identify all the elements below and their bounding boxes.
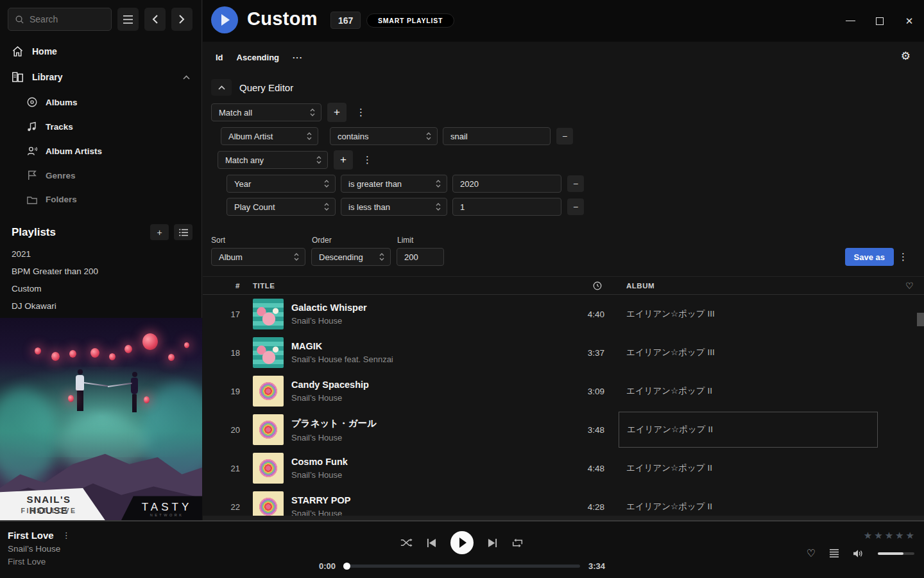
track-artist[interactable]: Snail’s House <box>291 470 522 480</box>
track-artist[interactable]: Snail’s House <box>291 393 522 403</box>
track-title[interactable]: プラネット・ガール <box>291 417 522 430</box>
track-artist[interactable]: Snail’s House feat. Sennzai <box>291 355 522 364</box>
table-row[interactable]: 17 Galactic Whisper Snail’s House 4:40 エ… <box>203 295 924 333</box>
now-playing-artist[interactable]: Snail’s House <box>8 544 71 554</box>
star-icon[interactable]: ★ <box>864 530 872 541</box>
rule-value-input[interactable] <box>443 127 551 145</box>
track-artist[interactable]: Snail’s House <box>291 316 522 326</box>
star-icon[interactable]: ★ <box>906 530 914 541</box>
rule-operator-select[interactable]: is less than <box>341 198 447 216</box>
group-options-icon[interactable]: ⋮ <box>352 107 370 118</box>
playlist-item[interactable]: Custom <box>0 280 201 297</box>
favorite-icon[interactable]: ♡ <box>807 547 816 559</box>
playlist-list-button[interactable] <box>174 224 193 240</box>
sidebar-item-album-artists[interactable]: Album Artists <box>0 139 201 163</box>
track-album[interactable]: エイリアン☆ポップ II <box>619 373 878 409</box>
save-options-icon[interactable]: ⋮ <box>894 251 912 263</box>
search-box[interactable] <box>8 8 112 31</box>
add-playlist-button[interactable]: + <box>150 224 169 240</box>
table-row[interactable]: 21 Cosmo Funk Snail’s House 4:48 エイリアン☆ポ… <box>203 449 924 487</box>
track-title[interactable]: STARRY POP <box>291 495 522 505</box>
column-header-index[interactable]: # <box>218 282 240 290</box>
match-type-select[interactable]: Match any <box>218 151 328 169</box>
sort-select[interactable]: Album <box>211 248 305 266</box>
volume-icon[interactable] <box>853 549 864 558</box>
table-row[interactable]: 19 Candy Spaceship Snail’s House 3:09 エイ… <box>203 372 924 410</box>
shuffle-icon[interactable] <box>400 538 413 548</box>
track-title[interactable]: MAGIK <box>291 341 522 351</box>
table-row[interactable]: 18 MAGIK Snail’s House feat. Sennzai 3:3… <box>203 333 924 372</box>
minimize-button[interactable] <box>835 8 865 34</box>
remove-rule-button[interactable]: − <box>567 175 584 192</box>
rule-field-select[interactable]: Year <box>227 175 336 193</box>
sidebar-item-genres[interactable]: Genres <box>0 163 201 188</box>
group-options-icon[interactable]: ⋮ <box>359 154 376 166</box>
query-editor-collapse-button[interactable] <box>211 79 232 96</box>
rule-value-input[interactable] <box>452 175 561 193</box>
collapse-chevron-icon[interactable] <box>183 75 190 80</box>
now-playing-album[interactable]: First Love <box>8 557 71 566</box>
rule-operator-select[interactable]: is greater than <box>341 175 447 193</box>
sort-field-control[interactable]: Id <box>216 53 223 62</box>
now-playing-artwork[interactable]: SNAIL'S HOUSE FIRST LOVE TASTY NETWORK <box>0 318 202 520</box>
column-header-album[interactable]: ALBUM <box>619 282 878 290</box>
more-options-icon[interactable]: ··· <box>293 53 303 62</box>
previous-track-icon[interactable] <box>427 538 436 548</box>
favorite-column-icon[interactable]: ♡ <box>905 281 914 291</box>
table-row[interactable]: 20 プラネット・ガール Snail’s House 3:48 エイリアン☆ポッ… <box>203 410 924 449</box>
rule-operator-select[interactable]: contains <box>330 127 438 145</box>
column-header-title[interactable]: TITLE <box>253 282 522 290</box>
playlist-item[interactable]: 2021 <box>0 245 201 263</box>
track-title[interactable]: Cosmo Funk <box>291 457 522 467</box>
rule-field-select[interactable]: Play Count <box>227 198 336 216</box>
sidebar-item-tracks[interactable]: Tracks <box>0 114 201 139</box>
track-options-icon[interactable]: ⋮ <box>62 530 71 540</box>
track-album[interactable]: エイリアン☆ポップ III <box>619 296 878 332</box>
rule-field-select[interactable]: Album Artist <box>221 127 318 145</box>
star-icon[interactable]: ★ <box>874 530 882 541</box>
repeat-icon[interactable] <box>511 538 524 548</box>
now-playing-title[interactable]: First Love <box>8 530 54 541</box>
track-album[interactable]: エイリアン☆ポップ III <box>619 335 878 371</box>
vertical-scrollbar-thumb[interactable] <box>917 313 924 326</box>
match-type-select[interactable]: Match all <box>211 103 321 121</box>
sidebar-item-albums[interactable]: Albums <box>0 90 201 114</box>
nav-back-button[interactable] <box>144 8 166 31</box>
order-select[interactable]: Descending <box>311 248 391 266</box>
limit-input[interactable] <box>397 248 444 266</box>
add-rule-button[interactable]: + <box>327 103 346 122</box>
gear-icon[interactable]: ⚙ <box>901 51 911 62</box>
track-title[interactable]: Galactic Whisper <box>291 302 522 313</box>
play-playlist-button[interactable] <box>211 6 238 33</box>
volume-slider[interactable] <box>878 552 914 555</box>
track-album[interactable]: エイリアン☆ポップ II <box>619 450 878 486</box>
add-rule-button[interactable]: + <box>334 150 353 170</box>
seek-slider[interactable] <box>344 565 580 568</box>
save-as-button[interactable]: Save as <box>845 248 894 266</box>
sidebar-item-library[interactable]: Library <box>0 64 201 90</box>
queue-icon[interactable] <box>830 549 839 557</box>
track-artist[interactable]: Snail’s House <box>291 433 522 442</box>
star-icon[interactable]: ★ <box>885 530 893 541</box>
close-button[interactable]: ✕ <box>894 8 924 34</box>
play-button[interactable] <box>450 531 474 554</box>
sidebar-item-folders[interactable]: Folders <box>0 188 201 211</box>
remove-rule-button[interactable]: − <box>556 128 573 144</box>
sort-order-control[interactable]: Ascending <box>237 53 279 62</box>
playlist-item[interactable]: BPM Greater than 200 <box>0 263 201 280</box>
search-input[interactable] <box>30 14 105 24</box>
nav-forward-button[interactable] <box>171 8 193 31</box>
track-title[interactable]: Candy Spaceship <box>291 380 522 390</box>
maximize-button[interactable] <box>865 8 894 34</box>
menu-button[interactable] <box>117 8 139 31</box>
track-album-focused-cell[interactable]: エイリアン☆ポップ II <box>619 412 878 448</box>
star-icon[interactable]: ★ <box>895 530 903 541</box>
next-track-icon[interactable] <box>488 538 497 548</box>
seek-slider-thumb[interactable] <box>343 563 350 570</box>
sidebar-item-home[interactable]: Home <box>0 39 201 64</box>
playlist-item[interactable]: DJ Okawari <box>0 297 201 315</box>
horizontal-scrollbar[interactable] <box>203 516 924 520</box>
remove-rule-button[interactable]: − <box>567 198 584 215</box>
column-header-duration[interactable] <box>522 281 604 290</box>
rule-value-input[interactable] <box>452 198 561 216</box>
